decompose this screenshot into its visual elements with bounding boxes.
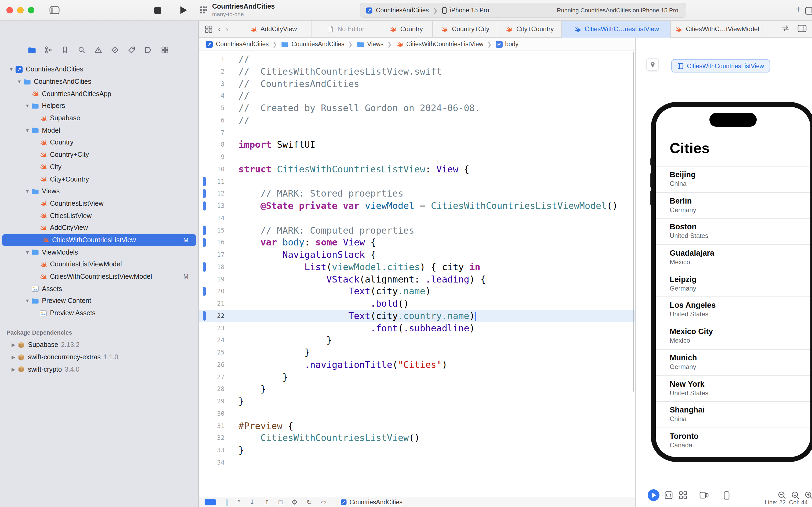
find-navigator-icon[interactable] [77, 45, 86, 55]
breadcrumb-item-CitiesWithCountriesListView[interactable]: CitiesWithCountriesListView [396, 40, 483, 48]
disclosure-triangle-icon[interactable]: ▶ [10, 354, 17, 360]
minimap-icon[interactable]: □ [279, 499, 283, 505]
issues-navigator-icon[interactable] [94, 45, 103, 55]
code-line-8[interactable]: 8import SwiftUI [199, 139, 635, 151]
close-window-button[interactable] [6, 7, 13, 13]
breakpoints-navigator-icon[interactable] [143, 45, 153, 55]
zoom-fit-icon[interactable] [791, 490, 800, 500]
debug-navigator-icon[interactable] [127, 45, 136, 55]
disclosure-triangle-icon[interactable]: ▼ [23, 103, 31, 109]
sidebar-item-CountriesListViewModel[interactable]: CountriesListViewModel [0, 258, 198, 270]
city-row-Toronto[interactable]: TorontoCanada [656, 428, 810, 454]
tab-AddCityView[interactable]: AddCityView [234, 21, 312, 37]
package-item-Supabase[interactable]: ▶Supabase2.13.2 [0, 339, 198, 351]
disclosure-triangle-icon[interactable]: ▼ [23, 298, 31, 304]
code-line-2[interactable]: 2// CitiesWithCountriesListView.swift [199, 65, 635, 78]
tab-CitiesWithC…riesListView[interactable]: CitiesWithC…riesListView [562, 21, 671, 37]
sidebar-item-Country[interactable]: Country [0, 136, 198, 149]
pull-up-icon[interactable]: ↥ [264, 499, 269, 505]
code-line-22[interactable]: 22 Text(city.country.name) [199, 310, 635, 322]
city-row-Beijing[interactable]: BeijingChina [656, 167, 810, 192]
sidebar-item-Country+City[interactable]: Country+City [0, 149, 198, 161]
sidebar-item-CountriesListView[interactable]: CountriesListView [0, 198, 198, 210]
city-row-Guadalajara[interactable]: GuadalajaraMexico [656, 245, 810, 271]
pin-preview-button[interactable] [646, 58, 659, 71]
minimize-window-button[interactable] [17, 7, 23, 13]
code-line-26[interactable]: 26 .navigationTitle("Cities") [199, 359, 635, 371]
code-line-12[interactable]: 12 // MARK: Stored proeprties [199, 188, 635, 200]
sidebar-item-Views[interactable]: ▼Views [0, 185, 198, 198]
tab-Country+City[interactable]: Country+City [433, 21, 498, 37]
tab-City+Country[interactable]: City+Country [498, 21, 562, 37]
breadcrumb-item-CountriesAndCities[interactable]: CountriesAndCities [281, 40, 345, 48]
preview-name-chip[interactable]: CitiesWithCountriesListView [671, 59, 770, 72]
code-line-23[interactable]: 23 .font(.subheadline) [199, 322, 635, 334]
source-editor[interactable]: 1//2// CitiesWithCountriesListView.swift… [199, 51, 635, 497]
device-settings-button[interactable] [699, 490, 709, 500]
sidebar-item-Supabase[interactable]: Supabase [0, 112, 198, 124]
add-tab-button[interactable]: + [795, 4, 801, 15]
disclosure-triangle-icon[interactable]: ▶ [10, 342, 17, 348]
sidebar-item-CitiesWithCountriesListViewModel[interactable]: CitiesWithCountriesListViewModelM [0, 270, 198, 282]
settings-icon[interactable]: ⚙ [292, 499, 297, 505]
sidebar-item-CountriesAndCities[interactable]: ▼CountriesAndCities [0, 63, 198, 75]
breadcrumb-item-Views[interactable]: Views [356, 40, 384, 48]
sidebar-item-Preview Assets[interactable]: Preview Assets [0, 307, 198, 319]
code-line-29[interactable]: 29} [199, 395, 635, 408]
live-preview-button[interactable] [648, 489, 659, 501]
variants-button[interactable] [664, 490, 674, 500]
toggle-right-sidebar-icon[interactable] [805, 6, 812, 15]
code-line-4[interactable]: 4// [199, 90, 635, 102]
sidebar-item-Helpers[interactable]: ▼Helpers [0, 100, 198, 112]
scheme-status-pill[interactable]: CountriesAndCities ❯ iPhone 15 Pro Runni… [360, 3, 686, 18]
adjust-editor-icon[interactable]: ∥ [225, 499, 228, 505]
tab-overview-icon[interactable] [205, 25, 213, 33]
grid-view-button[interactable] [678, 490, 688, 500]
code-line-18[interactable]: 18 List(viewModel.cities) { city in [199, 261, 635, 273]
code-line-30[interactable]: 30 [199, 408, 635, 420]
breadcrumb-item-CountriesAndCities[interactable]: CountriesAndCities [205, 40, 269, 48]
city-row-Los Angeles[interactable]: Los AngelesUnited States [656, 297, 810, 323]
device-button[interactable] [722, 490, 732, 500]
code-line-9[interactable]: 9 [199, 151, 635, 163]
city-row-Berlin[interactable]: BerlinGermany [656, 192, 810, 219]
bottom-project-label[interactable]: CountriesAndCities [341, 499, 403, 505]
code-line-27[interactable]: 27 } [199, 371, 635, 383]
send-icon[interactable]: ⇨ [321, 499, 327, 505]
code-line-5[interactable]: 5// Created by Russell Gordon on 2024-06… [199, 102, 635, 114]
city-row-Mexico City[interactable]: Mexico CityMexico [656, 323, 810, 349]
code-line-16[interactable]: 16 var body: some View { [199, 237, 635, 249]
code-line-7[interactable]: 7 [199, 126, 635, 139]
sidebar-item-Model[interactable]: ▼Model [0, 124, 198, 136]
zoom-window-button[interactable] [28, 7, 35, 13]
city-row-Munich[interactable]: MunichGermany [656, 350, 810, 376]
tab-Country[interactable]: Country [380, 21, 433, 37]
jump-icon[interactable]: ^ [237, 499, 240, 505]
sidebar-item-City[interactable]: City [0, 161, 198, 173]
go-forward-icon[interactable]: › [226, 25, 228, 33]
sidebar-item-CountriesAndCitiesApp[interactable]: CountriesAndCitiesApp [0, 88, 198, 100]
code-line-3[interactable]: 3// CountriesAndCities [199, 77, 635, 90]
city-row-New York[interactable]: New YorkUnited States [656, 376, 810, 402]
code-line-28[interactable]: 28 } [199, 383, 635, 396]
breadcrumb-item-body[interactable]: Pbody [496, 41, 519, 48]
zoom-out-icon[interactable] [777, 490, 787, 500]
code-line-19[interactable]: 19 VStack(alignment: .leading) { [199, 273, 635, 285]
source-control-navigator-icon[interactable] [44, 45, 53, 55]
sidebar-item-CitiesWithCountriesListView[interactable]: CitiesWithCountriesListViewM [2, 234, 196, 246]
code-line-34[interactable]: 34 [199, 456, 635, 469]
code-line-14[interactable]: 14 [199, 212, 635, 225]
editor-only-mode-icon[interactable] [205, 499, 216, 505]
bookmarks-navigator-icon[interactable] [60, 45, 70, 55]
sidebar-item-CountriesAndCities[interactable]: ▼CountriesAndCities [0, 75, 198, 88]
code-line-6[interactable]: 6// [199, 114, 635, 127]
code-line-20[interactable]: 20 Text(city.name) [199, 285, 635, 298]
code-line-10[interactable]: 10struct CitiesWithCountriesListView: Vi… [199, 163, 635, 176]
pull-down-icon[interactable]: ↧ [249, 499, 255, 505]
sidebar-item-Preview Content[interactable]: ▼Preview Content [0, 295, 198, 307]
code-line-24[interactable]: 24 } [199, 334, 635, 347]
code-line-33[interactable]: 33} [199, 444, 635, 456]
sidebar-item-CitiesListView[interactable]: CitiesListView [0, 210, 198, 222]
code-line-13[interactable]: 13 @State private var viewModel = Cities… [199, 200, 635, 212]
tests-navigator-icon[interactable] [110, 45, 120, 55]
